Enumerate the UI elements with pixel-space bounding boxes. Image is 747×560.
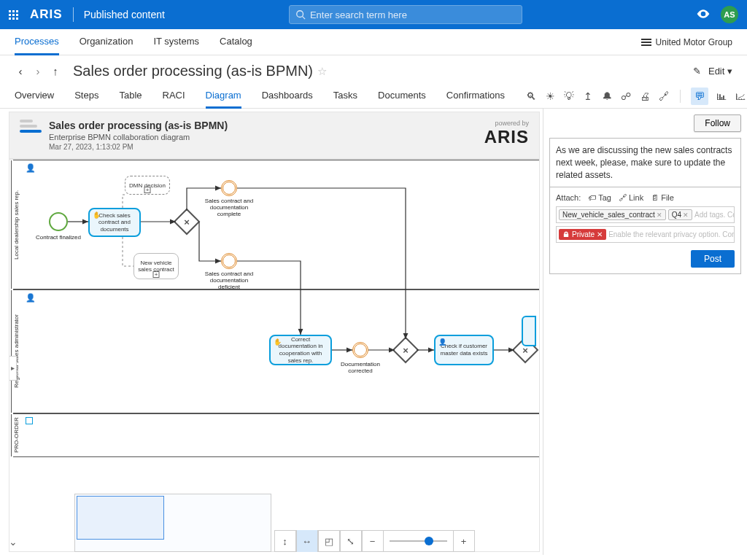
box-icon xyxy=(26,417,33,424)
follow-button[interactable]: Follow xyxy=(694,114,741,132)
tab-catalog[interactable]: Catalog xyxy=(220,29,252,55)
model-type: Enterprise BPMN collaboration diagram xyxy=(49,133,228,141)
tag-chip[interactable]: New_vehicle_sales_contract✕ xyxy=(559,209,666,220)
remove-privacy-icon[interactable]: ✕ xyxy=(597,230,603,238)
expand-sidebar-handle[interactable]: ▸ xyxy=(9,356,17,381)
divider xyxy=(73,7,74,22)
collapse-overview-icon[interactable]: ⌄ xyxy=(9,536,18,548)
task-check-contract[interactable]: ✋Check sales contract and documents xyxy=(88,208,141,237)
person-icon: 👤 xyxy=(26,163,36,173)
zoom-fit-height-icon[interactable]: ↕ xyxy=(274,530,296,552)
attach-tag[interactable]: 🏷︎ Tag xyxy=(588,193,611,202)
comment-textarea[interactable]: As we are discussing the new sales contr… xyxy=(549,138,741,187)
event-corrected[interactable] xyxy=(352,342,368,358)
start-event-label: Contract finalized xyxy=(34,234,82,241)
model-overview[interactable] xyxy=(74,494,271,552)
task-partial[interactable] xyxy=(522,316,536,346)
database-icon xyxy=(641,39,651,46)
search-input[interactable] xyxy=(310,9,516,20)
post-button[interactable]: Post xyxy=(691,250,735,268)
zoom-in-icon[interactable]: + xyxy=(453,530,475,552)
privacy-input-row[interactable]: 🔒︎ Private ✕ Enable the relevant privacy… xyxy=(556,226,735,243)
comments-panel: Follow As we are discussing the new sale… xyxy=(543,109,747,555)
svg-point-0 xyxy=(297,11,303,18)
subtab-overview[interactable]: Overview xyxy=(15,84,54,109)
subtab-raci[interactable]: RACI xyxy=(163,84,185,109)
privacy-chip[interactable]: 🔒︎ Private ✕ xyxy=(559,229,606,240)
subprocess-new-vehicle[interactable]: New vehicle sales contract+ xyxy=(133,253,179,279)
database-selector[interactable]: United Motor Group xyxy=(641,37,732,47)
database-label: United Motor Group xyxy=(656,37,732,47)
subtab-table[interactable]: Table xyxy=(119,84,142,109)
context-label[interactable]: Published content xyxy=(84,9,165,20)
subtab-confirmations[interactable]: Confirmations xyxy=(446,84,505,109)
task-correct-doc[interactable]: ✋Correct documentation in cooperation wi… xyxy=(269,335,332,365)
edit-dropdown[interactable]: Edit ▾ xyxy=(708,66,732,77)
zoom-out-icon[interactable]: − xyxy=(362,530,384,552)
nav-back-icon[interactable]: ‹ xyxy=(15,65,26,77)
tab-it-systems[interactable]: IT systems xyxy=(153,29,199,55)
highlight-icon[interactable]: ☀ xyxy=(544,90,556,102)
find-icon[interactable]: 🔍︎ xyxy=(525,90,537,102)
zoom-fit-icon[interactable]: ◰ xyxy=(318,530,340,552)
model-date: Mar 27, 2023, 1:13:02 PM xyxy=(49,143,228,151)
bell-icon[interactable]: 🔔︎ xyxy=(601,90,613,102)
event-deficient[interactable] xyxy=(221,253,237,269)
attach-link[interactable]: 🔗︎ Link xyxy=(619,193,643,202)
zoom-fit-width-icon[interactable]: ↔ xyxy=(296,530,318,552)
privacy-placeholder: Enable the relevant privacy option. Conf… xyxy=(608,230,735,238)
hierarchy-icon[interactable]: ☍ xyxy=(620,90,632,102)
view-mode-icon[interactable] xyxy=(696,9,711,21)
model-header: Sales order processing (as-is BPMN) Ente… xyxy=(9,112,540,159)
event-complete[interactable] xyxy=(221,180,237,196)
tab-processes[interactable]: Processes xyxy=(15,29,59,55)
chart-icon[interactable]: 📈︎ xyxy=(735,90,746,102)
bulb-icon[interactable]: 💡︎ xyxy=(563,90,575,102)
zoom-original-icon[interactable]: ⤡ xyxy=(340,530,362,552)
tab-organization[interactable]: Organization xyxy=(80,29,133,55)
lane-2-label: Regional sales administrator xyxy=(11,290,21,413)
overview-viewport[interactable] xyxy=(77,496,164,540)
search-icon xyxy=(295,9,306,20)
share-icon[interactable]: 🔗︎ xyxy=(658,90,670,102)
nav-up-icon[interactable]: ↑ xyxy=(50,65,61,77)
remove-tag-icon[interactable]: ✕ xyxy=(683,211,689,219)
person-icon: 👤 xyxy=(26,293,36,303)
subprocess-dmn[interactable]: DMN decision+ xyxy=(125,176,170,195)
lane-3-label: PRO-ORDER xyxy=(11,414,21,456)
subtab-diagram[interactable]: Diagram xyxy=(206,84,241,109)
tag-input-row[interactable]: New_vehicle_sales_contract✕ Q4✕ Add tags… xyxy=(556,206,735,223)
subtab-steps[interactable]: Steps xyxy=(74,84,98,109)
page-title: Sales order processing (as-is BPMN) xyxy=(73,63,313,79)
user-icon: 👤 xyxy=(438,338,446,346)
start-event[interactable] xyxy=(49,212,68,231)
event-complete-label: Sales contract and documentation complet… xyxy=(202,198,256,218)
avatar[interactable]: AS xyxy=(721,6,738,23)
event-deficient-label: Sales contract and documentation deficie… xyxy=(202,271,256,291)
manual-icon: ✋ xyxy=(93,211,101,219)
tag-chip[interactable]: Q4✕ xyxy=(668,209,692,220)
zoom-slider[interactable] xyxy=(384,540,453,542)
attach-file[interactable]: 📄︎ File xyxy=(651,193,674,202)
print-icon[interactable]: 🖨︎ xyxy=(639,90,651,102)
subtab-tasks[interactable]: Tasks xyxy=(333,84,357,109)
subtab-documents[interactable]: Documents xyxy=(378,84,426,109)
model-title: Sales order processing (as-is BPMN) xyxy=(49,120,228,131)
task-check-master-data[interactable]: 👤Check if customer master data exists xyxy=(434,335,494,365)
apps-icon[interactable] xyxy=(9,10,18,20)
event-corrected-label: Documentation corrected xyxy=(336,361,384,374)
metrics-icon[interactable]: 📊︎ xyxy=(716,90,727,102)
comments-panel-icon[interactable]: 💬︎ xyxy=(691,88,708,105)
remove-tag-icon[interactable]: ✕ xyxy=(657,211,662,219)
upload-icon[interactable]: ↥ xyxy=(582,90,594,102)
powered-by-label: powered by xyxy=(484,120,529,127)
tag-placeholder: Add tags. Confirm xyxy=(694,211,735,219)
subtab-dashboards[interactable]: Dashboards xyxy=(262,84,313,109)
powered-by-brand: ARIS xyxy=(484,127,529,147)
lane-1-label: Local dealership sales rep. xyxy=(11,160,21,289)
favorite-icon[interactable]: ☆ xyxy=(317,65,327,78)
edit-pencil-icon[interactable]: ✎ xyxy=(693,66,701,77)
manual-icon: ✋ xyxy=(274,338,282,346)
primary-nav: Processes Organization IT systems Catalo… xyxy=(0,29,747,55)
search-box[interactable] xyxy=(289,5,522,24)
